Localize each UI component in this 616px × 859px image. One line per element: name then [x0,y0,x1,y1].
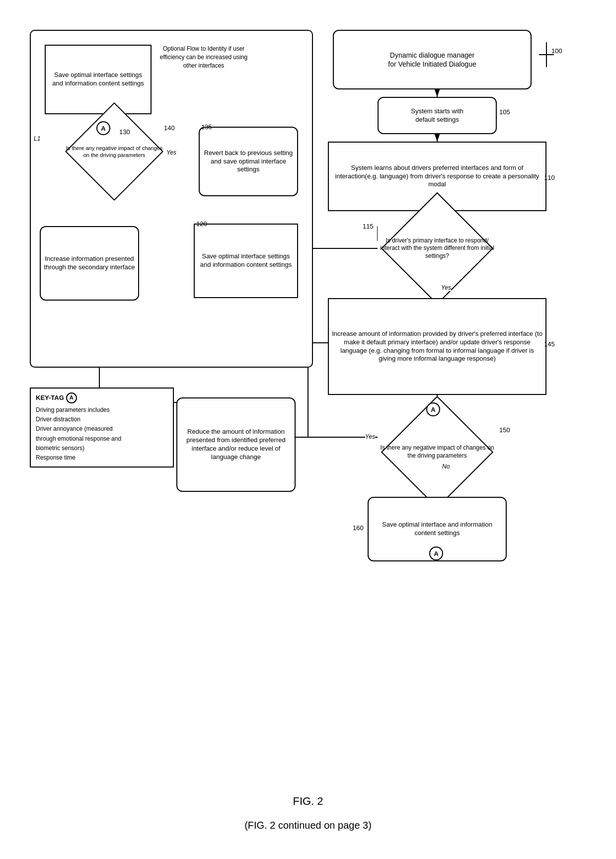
key-tag-item-4: Response time [36,453,168,463]
key-tag-title: KEY-TAG [36,393,64,403]
ref-115: 115 [363,223,374,230]
increase-info-145-label: Increase amount of information provided … [332,330,542,364]
key-tag-item-3: Driver annoyance (measuredthrough emotio… [36,424,168,453]
reduce-info-155-box: Reduce the amount of information present… [176,397,296,492]
ref-110: 110 [544,174,555,181]
revert-135-label: Revert back to previous setting and save… [203,149,294,174]
ref-130: 130 [119,128,130,136]
fig-caption: FIG. 2 [199,795,417,808]
key-tag-item-1: Driving parameters includes [36,405,168,415]
ref-140: 140 [164,124,175,132]
key-tag-item-2: Driver distraction [36,415,168,424]
save-optimal-top-label: Save optimal interface settings and info… [49,71,148,88]
increase-secondary-box: Increase information presented through t… [40,226,139,301]
system-default-label: System starts with default settings [411,107,463,124]
diamond-150-label: Is there any negative impact of changes … [378,444,497,460]
dynamic-dialogue-label: Dynamic dialogue manager for Vehicle Ini… [388,51,476,69]
diamond-115-label: Is driver's primary interface to respond… [378,237,497,260]
yes-label-130: Yes [166,149,176,156]
l1-label: L1 [34,135,40,142]
increase-info-145-box: Increase amount of information provided … [328,298,546,395]
ref-145: 145 [544,340,555,348]
ref-105: 105 [499,108,510,116]
ref-120: 120 [196,220,207,228]
revert-135-box: Revert back to previous setting and save… [199,127,298,196]
diamond-130-label: Is there any negative impact of changes … [65,145,164,159]
key-tag-circle-a: A [66,392,77,403]
diagram-container: Dynamic dialogue manager for Vehicle Ini… [0,0,616,859]
diamond-130: Is there any negative impact of changes … [65,119,164,184]
save-optimal-160-label: Save optimal interface and information c… [372,521,503,538]
increase-secondary-label: Increase information presented through t… [44,255,135,272]
diamond-115: Is driver's primary interface to respond… [378,214,497,283]
save-optimal-120-label: Save optimal interface settings and info… [198,252,294,269]
ref-135: 135 [201,123,212,131]
fig-caption2: (FIG. 2 continued on page 3) [139,820,477,831]
yes-label-150: Yes [365,433,375,440]
system-default-box: System starts with default settings [378,97,497,134]
optional-flow-text: Optional Flow to Identity if user effici… [154,45,253,70]
yes-label-115: Yes [441,284,451,291]
ref-100: 100 [551,47,562,55]
dynamic-dialogue-box: Dynamic dialogue manager for Vehicle Ini… [333,30,532,89]
ref-150: 150 [499,426,510,434]
no-label-150: No [442,463,450,470]
circle-a-160-bottom: A [429,547,443,560]
circle-a-130: A [96,121,110,135]
save-optimal-120-box: Save optimal interface settings and info… [194,224,298,298]
circle-a-150-top: A [426,402,440,416]
system-learns-label: System learns about drivers preferred in… [332,164,542,189]
ref-160: 160 [353,524,364,532]
reduce-info-155-label: Reduce the amount of information present… [180,428,292,462]
save-optimal-top-box: Save optimal interface settings and info… [45,45,152,114]
key-tag-box: KEY-TAG A Driving parameters includes Dr… [30,388,174,468]
diamond-150: Is there any negative impact of changes … [378,417,497,487]
